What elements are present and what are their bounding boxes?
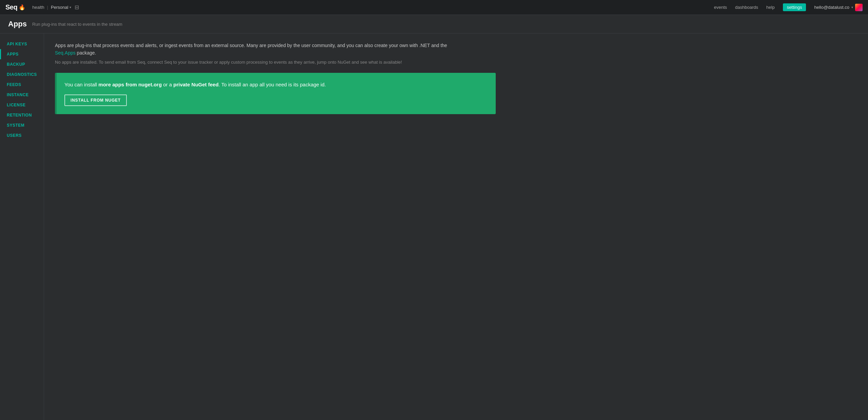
sidebar-item-retention[interactable]: RETENTION — [0, 110, 44, 120]
nav-settings-button[interactable]: settings — [783, 3, 806, 11]
workspace-label: Personal — [51, 5, 68, 10]
banner-nuget-feed[interactable]: private NuGet feed — [173, 82, 218, 87]
nav-help-link[interactable]: help — [766, 5, 775, 10]
user-email: hello@datalust.co — [814, 5, 849, 10]
bookmark-icon[interactable]: ⊟ — [75, 4, 79, 10]
user-menu[interactable]: hello@datalust.co ▾ — [814, 4, 863, 11]
sidebar-item-diagnostics[interactable]: DIAGNOSTICS — [0, 69, 44, 80]
nav-dashboards-link[interactable]: dashboards — [735, 5, 758, 10]
sidebar: API KEYSAPPSBACKUPDIAGNOSTICSFEEDSINSTAN… — [0, 34, 44, 420]
sidebar-item-license[interactable]: LICENSE — [0, 100, 44, 110]
banner-text-prefix: You can install — [64, 82, 98, 87]
description-paragraph: Apps are plug-ins that process events an… — [55, 42, 462, 57]
nav-divider: | — [47, 5, 48, 10]
install-from-nuget-button[interactable]: INSTALL FROM NUGET — [64, 94, 127, 106]
sidebar-item-api-keys[interactable]: API KEYS — [0, 39, 44, 49]
banner-nuget-link[interactable]: more apps from nuget.org — [98, 82, 162, 87]
banner-text-suffix: . To install an app all you need is its … — [219, 82, 326, 87]
main-content: Apps are plug-ins that process events an… — [44, 34, 868, 420]
sidebar-item-apps[interactable]: APPS — [0, 49, 44, 59]
description-text-end: package. — [77, 50, 96, 56]
sidebar-item-users[interactable]: USERS — [0, 130, 44, 141]
banner-text-middle: or a — [163, 82, 173, 87]
layout: API KEYSAPPSBACKUPDIAGNOSTICSFEEDSINSTAN… — [0, 34, 868, 420]
user-avatar — [855, 4, 863, 11]
logo-flame-icon: 🔥 — [19, 4, 25, 10]
install-banner: You can install more apps from nuget.org… — [55, 73, 496, 114]
nav-right: events dashboards help settings hello@da… — [714, 3, 863, 11]
banner-text: You can install more apps from nuget.org… — [64, 81, 486, 89]
sidebar-item-system[interactable]: SYSTEM — [0, 120, 44, 130]
workspace-chevron-icon: ▾ — [70, 5, 71, 9]
description-text-prefix: Apps are plug-ins that process events an… — [55, 43, 447, 48]
seq-apps-link[interactable]: Seq.Apps — [55, 50, 76, 56]
user-chevron-icon: ▾ — [851, 5, 853, 9]
logo-text: Seq — [5, 3, 17, 11]
sidebar-item-instance[interactable]: INSTANCE — [0, 90, 44, 100]
top-nav: Seq 🔥 health | Personal ▾ ⊟ events dashb… — [0, 0, 868, 15]
page-title: Apps — [8, 20, 27, 28]
nav-health-link[interactable]: health — [32, 5, 44, 10]
sidebar-item-feeds[interactable]: FEEDS — [0, 80, 44, 90]
workspace-selector[interactable]: Personal ▾ — [51, 5, 71, 10]
nav-events-link[interactable]: events — [714, 5, 727, 10]
logo[interactable]: Seq 🔥 — [5, 3, 25, 11]
page-header: Apps Run plug-ins that react to events i… — [0, 15, 868, 34]
sidebar-item-backup[interactable]: BACKUP — [0, 59, 44, 69]
page-subtitle: Run plug-ins that react to events in the… — [32, 22, 122, 27]
no-apps-text: No apps are installed. To send email fro… — [55, 60, 857, 65]
